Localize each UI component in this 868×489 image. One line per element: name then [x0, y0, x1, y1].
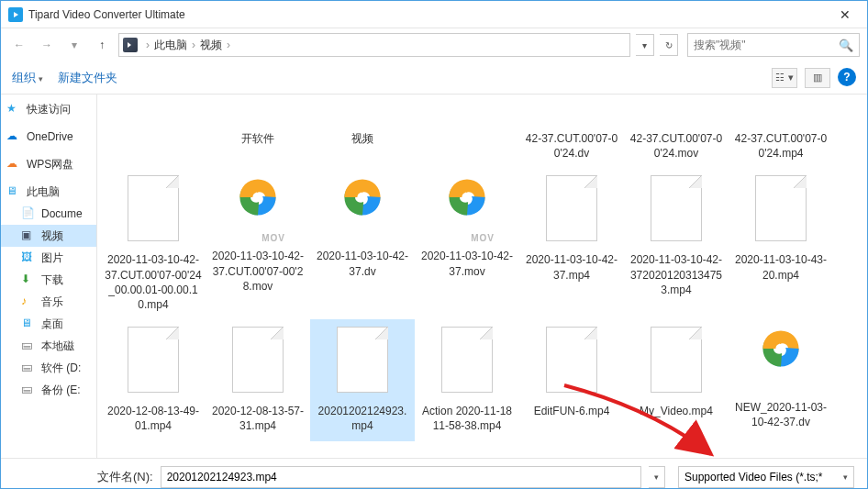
- nav-back-button[interactable]: ←: [8, 34, 30, 56]
- file-thumb: [542, 327, 601, 400]
- file-name: 2020-11-03-10-42-37.CUT.00'07-00'24_00.0…: [103, 252, 204, 312]
- sidebar-item-label: 图片: [41, 250, 63, 266]
- sidebar-item-label: 本地磁: [41, 339, 74, 354]
- file-item[interactable]: 2020-11-03-10-42-37.dv: [310, 168, 415, 319]
- disk-icon: 🖴: [21, 383, 36, 397]
- file-thumb: [333, 172, 392, 245]
- address-bar: ← → ▾ ↑ › 此电脑 › 视频 › ▾ ↻ 🔍: [1, 28, 867, 61]
- file-item[interactable]: 2020-11-03-10-42-3720201203134753.mp4: [624, 168, 729, 319]
- file-item[interactable]: 42-37.CUT.00'07-00'24.mp4: [729, 102, 833, 168]
- file-item[interactable]: My_Video.mp4: [624, 319, 729, 440]
- file-item[interactable]: 2020-11-03-10-42-37.mp4: [519, 168, 624, 319]
- help-button[interactable]: ?: [838, 68, 856, 86]
- breadcrumb-dropdown[interactable]: ▾: [636, 34, 654, 56]
- toolbar: 组织 新建文件夹 ☷ ▾ ▥ ?: [1, 61, 867, 94]
- file-item[interactable]: 开软件: [206, 102, 310, 168]
- file-thumb: [333, 106, 392, 179]
- breadcrumb[interactable]: › 此电脑 › 视频 ›: [118, 33, 630, 57]
- close-button[interactable]: ✕: [825, 2, 865, 28]
- cloud-icon: ☁: [6, 129, 21, 144]
- sidebar-item-4[interactable]: 📄Docume: [1, 203, 96, 225]
- file-thumb: [228, 106, 287, 179]
- cloud2-icon: ☁: [6, 157, 21, 172]
- nav-up-button[interactable]: ↑: [91, 34, 113, 56]
- breadcrumb-part-1[interactable]: 视频: [198, 38, 224, 53]
- sidebar-item-6[interactable]: 🖼图片: [1, 247, 96, 269]
- file-list[interactable]: 开软件视频42-37.CUT.00'07-00'24.dv42-37.CUT.0…: [97, 94, 867, 458]
- sidebar-item-label: 音乐: [41, 295, 63, 310]
- file-item[interactable]: 视频: [310, 102, 415, 168]
- video-folder-icon: [123, 38, 138, 52]
- sidebar-item-0[interactable]: ★快速访问: [1, 98, 96, 120]
- sidebar-item-label: 桌面: [41, 317, 63, 332]
- preview-pane-button[interactable]: ▥: [805, 68, 830, 88]
- file-item[interactable]: 42-37.CUT.00'07-00'24.dv: [519, 102, 624, 168]
- filename-input[interactable]: 20201202124923.mp4: [161, 466, 641, 488]
- file-item[interactable]: MOV2020-11-03-10-42-37.CUT.00'07-00'28.m…: [206, 168, 310, 319]
- filetype-select[interactable]: Supported Video Files (*.ts;*▾: [678, 466, 854, 488]
- file-item[interactable]: 2020-11-03-10-42-37.CUT.00'07-00'24_00.0…: [101, 168, 206, 319]
- file-item[interactable]: 2020-11-03-10-43-20.mp4: [729, 168, 833, 319]
- sidebar: ★快速访问☁OneDrive☁WPS网盘🖥此电脑📄Docume▣视频🖼图片⬇下载…: [1, 94, 97, 458]
- file-thumb: [751, 175, 810, 249]
- dialog-footer: 文件名(N): 20201202124923.mp4 ▾ Supported V…: [1, 458, 867, 489]
- sidebar-item-3[interactable]: 🖥此电脑: [1, 181, 96, 203]
- doc-icon: 📄: [21, 206, 36, 221]
- file-item[interactable]: 20201202124923.mp4: [310, 319, 415, 440]
- pic-icon: 🖼: [21, 250, 36, 265]
- file-item[interactable]: EditFUN-6.mp4: [519, 319, 624, 440]
- search-input[interactable]: [694, 39, 839, 51]
- sidebar-item-label: OneDrive: [27, 130, 73, 143]
- file-name: 20201202124923.mp4: [312, 404, 413, 433]
- organize-menu[interactable]: 组织: [12, 70, 43, 86]
- view-mode-button[interactable]: ☷ ▾: [772, 68, 797, 88]
- dl-icon: ⬇: [21, 272, 36, 287]
- sidebar-item-10[interactable]: 🖴本地磁: [1, 335, 96, 357]
- nav-recent-button[interactable]: ▾: [63, 34, 85, 56]
- file-thumb: [751, 323, 810, 396]
- file-item[interactable]: 42-37.CUT.00'07-00'24.mov: [624, 102, 729, 168]
- content-area: ★快速访问☁OneDrive☁WPS网盘🖥此电脑📄Docume▣视频🖼图片⬇下载…: [1, 94, 867, 458]
- file-thumb: [647, 175, 706, 249]
- window-title: Tipard Video Converter Ultimate: [28, 8, 825, 21]
- file-name: 2020-11-03-10-42-3720201203134753.mp4: [626, 252, 727, 297]
- refresh-button[interactable]: ↻: [660, 34, 678, 56]
- file-item[interactable]: MOV2020-11-03-10-42-37.mov: [415, 168, 519, 319]
- sidebar-item-1[interactable]: ☁OneDrive: [1, 126, 96, 148]
- nav-forward-button[interactable]: →: [36, 34, 58, 56]
- new-folder-button[interactable]: 新建文件夹: [58, 70, 117, 86]
- file-item[interactable]: Action 2020-11-18 11-58-38.mp4: [415, 319, 519, 440]
- file-thumb: [333, 327, 392, 400]
- file-item[interactable]: 2020-12-08-13-57-31.mp4: [206, 319, 310, 440]
- sidebar-item-label: 此电脑: [27, 184, 60, 200]
- file-name: 2020-11-03-10-42-37.mov: [417, 249, 517, 278]
- sidebar-item-11[interactable]: 🖴软件 (D:: [1, 357, 96, 379]
- search-box[interactable]: 🔍: [687, 33, 860, 57]
- file-name: NEW_2020-11-03-10-42-37.dv: [730, 400, 831, 429]
- sidebar-item-label: 备份 (E:: [41, 383, 81, 398]
- search-icon[interactable]: 🔍: [839, 39, 853, 52]
- sidebar-item-label: WPS网盘: [27, 157, 73, 172]
- file-thumb: [124, 327, 183, 400]
- sidebar-item-9[interactable]: 🖥桌面: [1, 313, 96, 335]
- file-item[interactable]: 2020-12-08-13-49-01.mp4: [101, 319, 206, 440]
- file-name: 2020-12-08-13-57-31.mp4: [207, 404, 308, 433]
- sidebar-item-7[interactable]: ⬇下载: [1, 269, 96, 291]
- breadcrumb-sep: ›: [224, 39, 233, 51]
- file-name: 2020-12-08-13-49-01.mp4: [103, 404, 204, 433]
- file-thumb: [647, 106, 706, 179]
- app-icon: [8, 7, 23, 22]
- titlebar: Tipard Video Converter Ultimate ✕: [1, 1, 867, 28]
- file-thumb: [751, 106, 810, 179]
- star-icon: ★: [6, 102, 21, 117]
- file-item[interactable]: NEW_2020-11-03-10-42-37.dv: [729, 319, 833, 440]
- pc-icon: 🖥: [6, 184, 21, 199]
- sidebar-item-12[interactable]: 🖴备份 (E:: [1, 379, 96, 401]
- sidebar-item-2[interactable]: ☁WPS网盘: [1, 153, 96, 175]
- breadcrumb-part-0[interactable]: 此电脑: [152, 38, 189, 53]
- sidebar-item-5[interactable]: ▣视频: [1, 225, 96, 247]
- file-name: EditFUN-6.mp4: [521, 404, 622, 418]
- sidebar-item-8[interactable]: ♪音乐: [1, 291, 96, 313]
- filename-dropdown[interactable]: ▾: [649, 466, 665, 488]
- disk-icon: 🖴: [21, 339, 36, 353]
